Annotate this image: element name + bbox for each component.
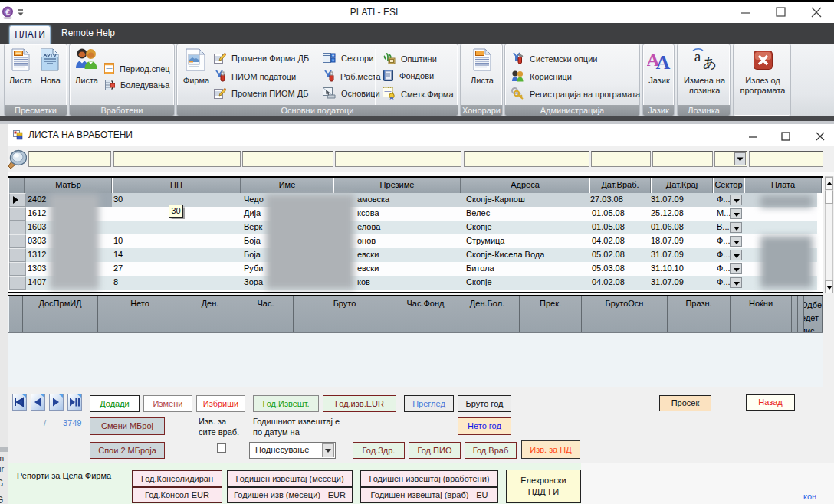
svg-text:-: - xyxy=(333,57,334,62)
svg-text:€: € xyxy=(5,8,10,17)
svg-text:A: A xyxy=(656,51,671,72)
svg-text:a: a xyxy=(694,48,701,64)
svg-text:あ: あ xyxy=(703,55,717,70)
